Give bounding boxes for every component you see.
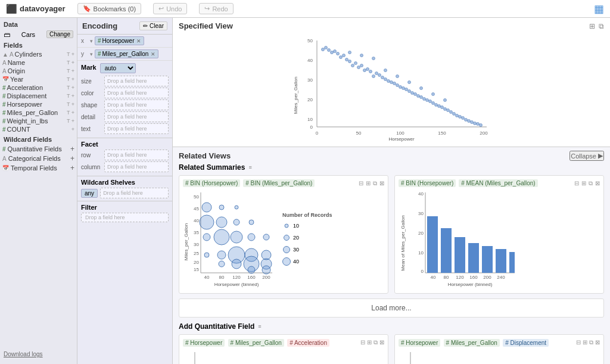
- legend-item-20: 20: [282, 234, 332, 242]
- bookmark-icon[interactable]: ⊞: [367, 339, 372, 346]
- pin-icon[interactable]: ⊟: [359, 180, 363, 187]
- copy-icon[interactable]: ⧉: [589, 180, 593, 187]
- svg-point-117: [262, 250, 271, 260]
- add-quantitative-button[interactable]: +: [70, 145, 74, 153]
- expand-icon[interactable]: ⊠: [379, 339, 384, 346]
- quant-card-acceleration: # Horsepower # Miles_per_Gallon # Accele…: [179, 334, 388, 364]
- svg-point-25: [369, 70, 372, 73]
- download-logs-link[interactable]: Download logs: [0, 347, 77, 361]
- svg-point-60: [474, 122, 477, 125]
- expand-icon[interactable]: ⊠: [379, 180, 384, 187]
- svg-point-121: [283, 257, 291, 265]
- svg-point-102: [219, 261, 225, 267]
- summaries-icon: ≡: [248, 164, 251, 170]
- copy-icon[interactable]: ⧉: [589, 339, 593, 346]
- bookmarks-button[interactable]: 🔖 Bookmarks (0): [77, 3, 142, 14]
- svg-point-17: [348, 60, 351, 63]
- filter-header: Filter: [81, 204, 169, 211]
- expand-icon[interactable]: ⊠: [595, 339, 600, 346]
- svg-text:120: 120: [232, 275, 241, 280]
- add-categorical-button[interactable]: +: [70, 154, 74, 163]
- copy-icon[interactable]: ⧉: [599, 22, 604, 30]
- any-drop-target[interactable]: Drop a field here: [100, 188, 169, 198]
- remove-y-field-button[interactable]: ✕: [151, 51, 155, 57]
- field-item[interactable]: # Acceleration T +: [0, 83, 77, 92]
- svg-point-42: [420, 95, 423, 98]
- text-drop-target[interactable]: Drop a field here: [104, 123, 169, 134]
- hash-icon: #: [98, 38, 101, 44]
- undo-button[interactable]: ↩ Undo: [153, 3, 187, 14]
- any-tag: any: [81, 189, 98, 198]
- svg-point-27: [378, 73, 381, 76]
- clear-encoding-button[interactable]: ✏ Clear: [139, 21, 167, 30]
- type-icon: #: [2, 110, 6, 116]
- svg-text:0: 0: [316, 130, 319, 136]
- copy-icon[interactable]: ⧉: [374, 339, 378, 346]
- quant-suggestions-grid: # Horsepower # Miles_per_Gallon # Accele…: [179, 334, 604, 364]
- field-item[interactable]: 📅 Year T +: [0, 75, 77, 83]
- change-dataset-button[interactable]: Change: [46, 30, 73, 38]
- svg-text:200: 200: [480, 130, 488, 136]
- export-icon[interactable]: ⊞: [589, 22, 595, 30]
- collapse-button[interactable]: Collapse ▶: [569, 151, 604, 161]
- svg-rect-138: [441, 228, 452, 273]
- svg-point-20: [351, 64, 354, 67]
- field-item-count[interactable]: # COUNT +: [0, 125, 77, 133]
- bookmark-icon[interactable]: ⊞: [581, 180, 586, 187]
- svg-text:10: 10: [418, 250, 424, 256]
- y-encoding-row: y ▾ # Miles_per_Gallon ✕: [77, 48, 172, 61]
- wildcard-temporal[interactable]: 📅 Temporal Fields +: [0, 163, 77, 173]
- field-item[interactable]: # Miles_per_Gallon T +: [0, 108, 77, 117]
- type-icon: A: [2, 68, 7, 74]
- field-item[interactable]: A Origin T +: [0, 67, 77, 75]
- color-drop-target[interactable]: Drop a field here: [104, 88, 169, 98]
- svg-point-36: [402, 86, 405, 89]
- related-summaries-header: Related Summaries ≡: [179, 163, 604, 172]
- mark-type-select[interactable]: autopointbarlinearea: [100, 63, 136, 73]
- filter-drop-target[interactable]: Drop a field here: [81, 213, 169, 222]
- remove-x-field-button[interactable]: ✕: [136, 38, 141, 44]
- y-field-tag[interactable]: # Miles_per_Gallon ✕: [95, 49, 158, 58]
- svg-text:30: 30: [418, 211, 424, 216]
- add-temporal-button[interactable]: +: [70, 164, 74, 172]
- copy-icon[interactable]: ⧉: [373, 180, 377, 187]
- svg-point-108: [248, 266, 255, 273]
- detail-drop-target[interactable]: Drop a field here: [104, 111, 169, 122]
- svg-point-37: [405, 88, 408, 91]
- pin-icon[interactable]: ⊟: [360, 339, 365, 346]
- load-more-button[interactable]: Load more...: [179, 298, 604, 318]
- svg-text:150: 150: [438, 130, 446, 136]
- field-item[interactable]: # Displacement T +: [0, 92, 77, 100]
- field-item[interactable]: A Name T +: [0, 58, 77, 67]
- field-item[interactable]: # Weight_in_lbs T +: [0, 117, 77, 125]
- svg-point-115: [248, 234, 255, 241]
- mark-text-row: text Drop a field here: [81, 123, 169, 134]
- redo-label: Redo: [212, 5, 228, 13]
- field-item[interactable]: # Horsepower T +: [0, 100, 77, 108]
- bookmark-icon[interactable]: ⊞: [366, 180, 371, 187]
- summary-card-header: # BIN (Horsepower) # BIN (Miles_per_Gall…: [183, 179, 384, 187]
- svg-point-21: [357, 66, 360, 69]
- pin-icon[interactable]: ⊟: [576, 339, 581, 346]
- sidebar: Data 🗃 Cars Change Fields ▲ A Cylinders …: [0, 18, 77, 364]
- expand-icon[interactable]: ⊠: [595, 180, 600, 187]
- svg-point-114: [249, 220, 254, 225]
- wildcard-categorical[interactable]: A Categorical Fields +: [0, 154, 77, 163]
- pin-icon[interactable]: ⊟: [574, 180, 579, 187]
- svg-point-64: [325, 46, 328, 49]
- wildcard-quantitative[interactable]: # Quantitative Fields +: [0, 144, 77, 154]
- svg-text:Horsepower: Horsepower: [388, 136, 414, 142]
- redo-button[interactable]: ↪ Redo: [199, 3, 233, 14]
- row-drop-target[interactable]: Drop a field here: [104, 150, 169, 160]
- size-drop-target[interactable]: Drop a field here: [104, 76, 169, 86]
- svg-text:45: 45: [194, 206, 199, 211]
- wildcard-section-title: Wildcard Fields: [0, 133, 77, 144]
- svg-text:20: 20: [307, 97, 313, 102]
- x-field-tag[interactable]: # Horsepower ✕: [95, 36, 144, 45]
- svg-point-100: [214, 229, 229, 245]
- column-drop-target[interactable]: Drop a field here: [104, 161, 169, 172]
- shape-drop-target[interactable]: Drop a field here: [104, 99, 169, 110]
- field-item[interactable]: ▲ A Cylinders T +: [0, 50, 77, 58]
- bookmark-icon[interactable]: ⊞: [583, 339, 587, 346]
- svg-point-96: [200, 215, 214, 229]
